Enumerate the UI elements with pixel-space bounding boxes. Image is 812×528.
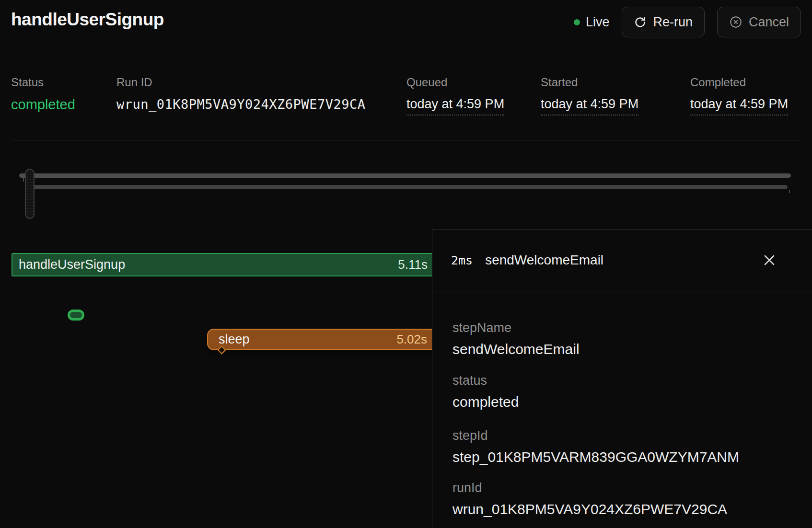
cancel-button-label: Cancel	[749, 15, 789, 30]
gantt-top-border	[12, 223, 434, 223]
panel-field-label: stepId	[452, 428, 739, 443]
panel-field-stepname: stepName sendWelcomeEmail	[452, 321, 580, 357]
gantt-step-marker-sendwelcomeemail[interactable]	[68, 310, 84, 321]
section-divider	[11, 140, 801, 140]
meta-run-id-label: Run ID	[116, 76, 365, 89]
panel-field-stepid: stepId step_01K8PM5VARM839GGA0WZYM7ANM	[452, 428, 739, 465]
gantt-span-duration: 5.02s	[396, 332, 427, 347]
meta-status-value: completed	[11, 97, 75, 113]
timeline-brush-handle[interactable]	[25, 169, 35, 219]
meta-started-value[interactable]: today at 4:59 PM	[541, 97, 638, 115]
panel-field-value: step_01K8PM5VARM839GGA0WZYM7ANM	[452, 449, 739, 465]
cancel-button[interactable]: Cancel	[717, 7, 801, 37]
meta-completed-label: Completed	[690, 76, 788, 89]
meta-queued: Queued today at 4:59 PM	[406, 76, 504, 115]
timeline-minimap-bar-root[interactable]	[19, 173, 791, 178]
panel-field-runid: runId wrun_01K8PM5VA9Y024XZ6PWE7V29CA	[452, 481, 727, 517]
gantt-span-label: sleep	[208, 332, 250, 347]
rerun-button[interactable]: Re-run	[622, 7, 705, 37]
timeline-tick-left	[23, 178, 24, 182]
step-duration-badge: 2ms	[451, 253, 473, 267]
cancel-circle-x-icon	[729, 15, 742, 29]
header-actions: Live Re-run Cancel	[574, 7, 801, 37]
meta-started-label: Started	[541, 76, 638, 89]
meta-run-id-value: wrun_01K8PM5VA9Y024XZ6PWE7V29CA	[116, 97, 365, 112]
close-panel-button[interactable]	[758, 250, 780, 272]
panel-field-label: stepName	[452, 321, 580, 335]
meta-run-id: Run ID wrun_01K8PM5VA9Y024XZ6PWE7V29CA	[116, 76, 365, 112]
timeline-tick-right	[789, 190, 790, 193]
panel-field-label: runId	[452, 481, 727, 495]
live-label: Live	[586, 15, 610, 30]
step-detail-header: 2ms sendWelcomeEmail	[432, 230, 812, 291]
live-dot-icon	[574, 19, 580, 25]
panel-field-value: wrun_01K8PM5VA9Y024XZ6PWE7V29CA	[452, 501, 727, 517]
step-detail-title: sendWelcomeEmail	[485, 253, 603, 268]
panel-field-value: sendWelcomeEmail	[452, 341, 580, 357]
gantt-span-handleusersignup[interactable]: handleUserSignup 5.11s	[12, 253, 441, 276]
gantt-span-sleep[interactable]: sleep 5.02s	[207, 329, 436, 350]
gantt-span-duration: 5.11s	[398, 257, 428, 272]
panel-field-value: completed	[452, 394, 519, 410]
timeline-minimap-bar-sleep[interactable]	[28, 185, 788, 189]
meta-started: Started today at 4:59 PM	[541, 76, 638, 115]
meta-status-label: Status	[11, 76, 75, 89]
rerun-button-label: Re-run	[653, 15, 693, 30]
refresh-icon	[634, 16, 647, 29]
panel-field-label: status	[452, 373, 519, 388]
meta-completed-value[interactable]: today at 4:59 PM	[690, 97, 788, 115]
close-icon	[762, 253, 777, 269]
meta-queued-value[interactable]: today at 4:59 PM	[406, 97, 504, 115]
step-detail-panel: 2ms sendWelcomeEmail stepName sendWelcom…	[432, 229, 812, 528]
panel-field-status: status completed	[452, 373, 519, 410]
meta-status: Status completed	[11, 76, 75, 113]
meta-queued-label: Queued	[406, 76, 504, 89]
gantt-span-label: handleUserSignup	[12, 257, 125, 272]
page-title: handleUserSignup	[11, 10, 164, 30]
live-indicator: Live	[574, 15, 610, 30]
meta-completed: Completed today at 4:59 PM	[690, 76, 788, 115]
